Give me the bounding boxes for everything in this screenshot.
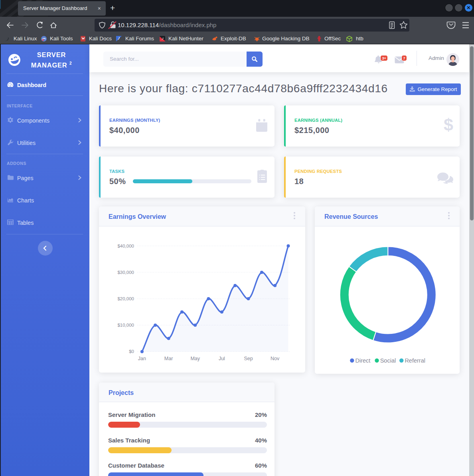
svg-text:$20,000: $20,000 — [117, 296, 134, 301]
svg-text:Nov: Nov — [271, 356, 280, 361]
svg-text:Mar: Mar — [164, 356, 173, 361]
svg-text:May: May — [190, 356, 200, 361]
svg-text:Social: Social — [380, 357, 396, 364]
svg-text:$10,000: $10,000 — [117, 323, 134, 327]
svg-text:Jul: Jul — [219, 356, 225, 361]
svg-text:Referral: Referral — [405, 357, 425, 364]
svg-text:$0: $0 — [129, 349, 134, 354]
svg-text:Jan: Jan — [138, 356, 146, 361]
svg-text:$30,000: $30,000 — [117, 270, 134, 275]
svg-text:Direct: Direct — [356, 357, 371, 364]
svg-text:$40,000: $40,000 — [117, 244, 134, 248]
svg-text:Sep: Sep — [244, 356, 253, 361]
